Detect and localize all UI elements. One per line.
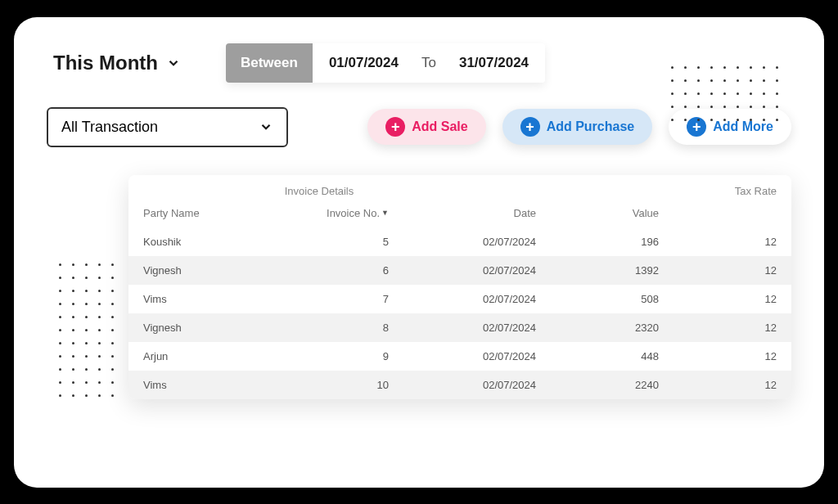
group-header-tax: Tax Rate (495, 185, 777, 197)
table-row[interactable]: Vignesh802/07/2024232012 (128, 313, 791, 342)
add-purchase-label: Add Purchase (547, 119, 635, 134)
decorative-dots-left (59, 263, 115, 398)
cell-date: 02/07/2024 (389, 350, 536, 362)
plus-icon: + (520, 117, 540, 137)
date-to-input[interactable]: 31/07/2024 (443, 43, 545, 83)
app-card: This Month Between 01/07/2024 To 31/07/2… (14, 17, 824, 488)
period-label: This Month (53, 52, 158, 74)
table-row[interactable]: Vims702/07/202450812 (128, 285, 791, 313)
cell-date: 02/07/2024 (389, 322, 536, 334)
table-row[interactable]: Arjun902/07/202444812 (128, 342, 791, 371)
cell-invoice: 7 (299, 293, 389, 305)
col-header-date[interactable]: Date (389, 207, 536, 219)
table-row[interactable]: Vignesh602/07/2024139212 (128, 256, 791, 285)
table-group-headers: Invoice Details Tax Rate (128, 175, 791, 200)
chevron-down-icon (259, 119, 273, 134)
cell-party: Koushik (143, 236, 299, 248)
col-header-party[interactable]: Party Name (143, 207, 299, 219)
plus-icon: + (385, 117, 405, 137)
group-header-invoice: Invoice Details (143, 185, 495, 197)
decorative-dots-top (671, 66, 779, 122)
cell-value: 1392 (536, 264, 659, 277)
cell-date: 02/07/2024 (389, 264, 536, 277)
cell-tax: 12 (659, 264, 777, 277)
table-row[interactable]: Vims1002/07/2024224012 (128, 371, 791, 399)
add-more-label: Add More (713, 119, 773, 134)
cell-value: 508 (536, 293, 659, 305)
to-label: To (415, 43, 443, 83)
cell-value: 196 (536, 236, 659, 248)
cell-value: 2320 (536, 322, 659, 334)
table-row[interactable]: Koushik502/07/202419612 (128, 227, 791, 256)
transaction-type-select[interactable]: All Transaction (47, 107, 288, 147)
cell-value: 448 (536, 350, 659, 362)
cell-party: Vims (143, 379, 299, 391)
col-header-invoice-label: Invoice No. (327, 207, 380, 219)
add-purchase-button[interactable]: + Add Purchase (502, 109, 653, 145)
col-header-tax-spacer (659, 207, 777, 219)
date-range: Between 01/07/2024 To 31/07/2024 (226, 43, 545, 83)
cell-date: 02/07/2024 (389, 293, 536, 305)
cell-value: 2240 (536, 379, 659, 391)
cell-party: Arjun (143, 350, 299, 362)
add-sale-label: Add Sale (412, 119, 467, 134)
cell-invoice: 9 (299, 350, 389, 362)
chevron-down-icon (166, 56, 181, 70)
table-column-headers: Party Name Invoice No. ▼ Date Value (128, 200, 791, 227)
cell-party: Vims (143, 293, 299, 305)
cell-tax: 12 (659, 322, 777, 334)
transaction-type-label: All Transaction (61, 119, 158, 136)
cell-invoice: 5 (299, 236, 389, 248)
between-label: Between (226, 43, 313, 83)
cell-tax: 12 (659, 350, 777, 362)
cell-tax: 12 (659, 379, 777, 391)
invoice-table: Invoice Details Tax Rate Party Name Invo… (128, 175, 791, 399)
cell-tax: 12 (659, 293, 777, 305)
cell-invoice: 10 (299, 379, 389, 391)
cell-date: 02/07/2024 (389, 379, 536, 391)
cell-tax: 12 (659, 236, 777, 248)
add-sale-button[interactable]: + Add Sale (367, 109, 485, 145)
col-header-value[interactable]: Value (536, 207, 659, 219)
sort-desc-icon: ▼ (381, 209, 389, 217)
table-body: Koushik502/07/202419612Vignesh602/07/202… (128, 227, 791, 399)
date-from-input[interactable]: 01/07/2024 (313, 43, 415, 83)
cell-party: Vignesh (143, 264, 299, 277)
cell-invoice: 6 (299, 264, 389, 277)
period-dropdown[interactable]: This Month (47, 42, 197, 84)
cell-invoice: 8 (299, 322, 389, 334)
cell-party: Vignesh (143, 322, 299, 334)
col-header-invoice[interactable]: Invoice No. ▼ (299, 207, 389, 219)
cell-date: 02/07/2024 (389, 236, 536, 248)
